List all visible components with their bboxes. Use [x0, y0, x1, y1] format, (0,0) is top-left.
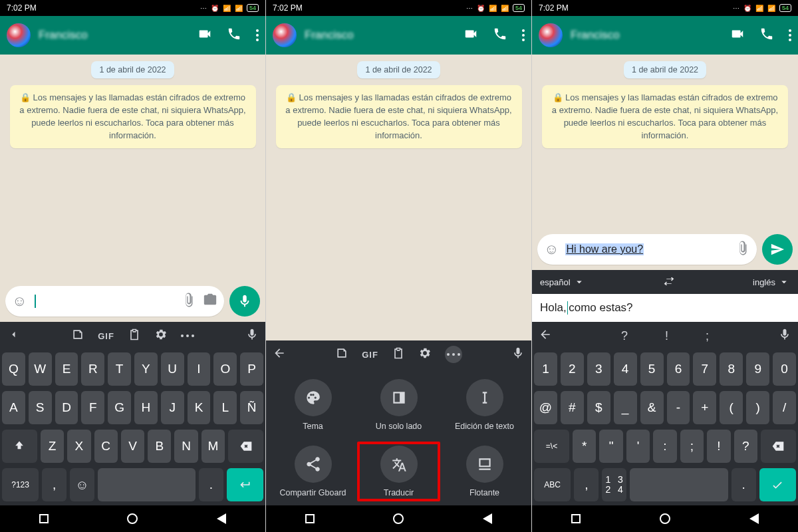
key-sym-toggle[interactable]: =\< [534, 430, 569, 463]
more-options-icon[interactable] [522, 29, 525, 41]
key-dollar[interactable]: $ [587, 391, 610, 424]
toolbar-mic-icon[interactable] [511, 346, 525, 362]
key-i[interactable]: I [188, 352, 211, 386]
key-d[interactable]: D [55, 391, 78, 424]
key-period[interactable]: . [732, 468, 756, 501]
key-period[interactable]: . [199, 468, 223, 501]
key-hash[interactable]: # [561, 391, 584, 424]
more-options-icon[interactable] [789, 29, 791, 41]
voice-call-icon[interactable] [759, 27, 774, 44]
key-2[interactable]: 2 [561, 352, 584, 386]
chat-area[interactable]: 1 de abril de 2022 🔒 Los mensajes y las … [532, 55, 798, 230]
emoji-icon[interactable]: ☺ [544, 241, 559, 258]
key-o[interactable]: O [213, 352, 237, 386]
key-5[interactable]: 5 [640, 352, 664, 386]
key-exclaim[interactable]: ! [707, 430, 730, 463]
voice-call-icon[interactable] [227, 27, 241, 44]
attach-icon[interactable] [182, 293, 196, 310]
message-input[interactable]: ☺ [5, 286, 224, 317]
key-dquote[interactable]: " [599, 430, 622, 463]
target-language-selector[interactable]: inglés [753, 276, 790, 288]
nav-recent-icon[interactable] [39, 514, 49, 523]
key-confirm[interactable] [759, 468, 796, 501]
key-colon[interactable]: : [653, 430, 676, 463]
key-e[interactable]: E [55, 352, 78, 386]
key-plus[interactable]: + [693, 391, 716, 424]
key-minus[interactable]: - [667, 391, 690, 424]
key-slash[interactable]: / [773, 391, 796, 424]
clipboard-icon[interactable] [128, 328, 141, 344]
toolbar-more-icon[interactable] [181, 334, 194, 337]
emoji-icon[interactable]: ☺ [12, 293, 27, 310]
key-mode-123[interactable]: ?123 [2, 468, 39, 501]
toolbar-mic-icon[interactable] [778, 328, 791, 344]
key-question[interactable]: ? [734, 430, 757, 463]
key-shift[interactable] [2, 430, 37, 463]
more-options-icon[interactable] [256, 29, 259, 41]
contact-name[interactable]: Francisco [39, 29, 190, 42]
key-mode-abc[interactable]: ABC [534, 468, 571, 501]
key-n[interactable]: N [174, 430, 198, 463]
key-3[interactable]: 3 [587, 352, 610, 386]
contact-name[interactable]: Francisco [571, 29, 722, 42]
suggestion-exclaim[interactable]: ! [653, 329, 680, 343]
key-j[interactable]: J [161, 391, 184, 424]
key-enter[interactable] [227, 468, 263, 501]
gif-button[interactable]: GIF [362, 350, 378, 360]
message-text-field[interactable] [33, 295, 175, 308]
toolbar-mic-icon[interactable] [245, 328, 259, 344]
key-g[interactable]: G [108, 391, 131, 424]
key-t[interactable]: T [108, 352, 131, 386]
nav-back-icon[interactable] [749, 513, 759, 524]
key-1[interactable]: 1 [534, 352, 557, 386]
key-mode-1234[interactable]: 1 23 4 [602, 468, 626, 501]
video-call-icon[interactable] [464, 27, 478, 44]
key-q[interactable]: Q [2, 352, 25, 386]
video-call-icon[interactable] [198, 27, 212, 44]
suggestion-semicolon[interactable]: ; [694, 329, 721, 343]
attach-icon[interactable] [735, 241, 750, 258]
key-comma[interactable]: , [42, 468, 66, 501]
key-space[interactable] [98, 468, 196, 501]
contact-name[interactable]: Francisco [305, 29, 456, 42]
sticker-icon[interactable] [335, 346, 348, 362]
settings-icon[interactable] [418, 346, 432, 362]
key-w[interactable]: W [29, 352, 52, 386]
key-at[interactable]: @ [534, 391, 557, 424]
clipboard-icon[interactable] [392, 346, 405, 362]
key-backspace[interactable] [228, 430, 263, 463]
key-enye[interactable]: Ñ [240, 391, 263, 424]
key-8[interactable]: 8 [720, 352, 743, 386]
kb-option-floating[interactable]: Flotante [442, 442, 527, 501]
key-l[interactable]: L [213, 391, 237, 424]
key-amp[interactable]: & [640, 391, 664, 424]
key-7[interactable]: 7 [693, 352, 716, 386]
key-y[interactable]: Y [134, 352, 158, 386]
send-button[interactable] [762, 234, 793, 265]
chat-area[interactable]: 1 de abril de 2022 🔒 Los mensajes y las … [0, 55, 265, 282]
nav-home-icon[interactable] [393, 513, 404, 524]
nav-back-icon[interactable] [217, 513, 226, 524]
key-f[interactable]: F [81, 391, 104, 424]
key-r[interactable]: R [81, 352, 104, 386]
encryption-notice[interactable]: 🔒 Los mensajes y las llamadas están cifr… [542, 85, 788, 148]
key-0[interactable]: 0 [773, 352, 796, 386]
kb-option-share[interactable]: Compartir Gboard [270, 442, 356, 501]
key-6[interactable]: 6 [667, 352, 690, 386]
encryption-notice[interactable]: 🔒 Los mensajes y las llamadas están cifr… [276, 85, 522, 148]
camera-icon[interactable] [203, 293, 217, 310]
nav-home-icon[interactable] [127, 513, 138, 524]
settings-icon[interactable] [154, 328, 168, 344]
key-x[interactable]: X [67, 430, 90, 463]
kb-option-theme[interactable]: Tema [270, 375, 356, 435]
key-4[interactable]: 4 [614, 352, 637, 386]
key-b[interactable]: B [148, 430, 171, 463]
key-space[interactable] [630, 468, 728, 501]
toolbar-back-icon[interactable] [273, 346, 286, 362]
key-comma[interactable]: , [574, 468, 598, 501]
swap-languages-icon[interactable] [663, 275, 675, 289]
key-m[interactable]: M [201, 430, 225, 463]
key-s[interactable]: S [29, 391, 52, 424]
key-k[interactable]: K [188, 391, 211, 424]
key-lparen[interactable]: ( [720, 391, 743, 424]
